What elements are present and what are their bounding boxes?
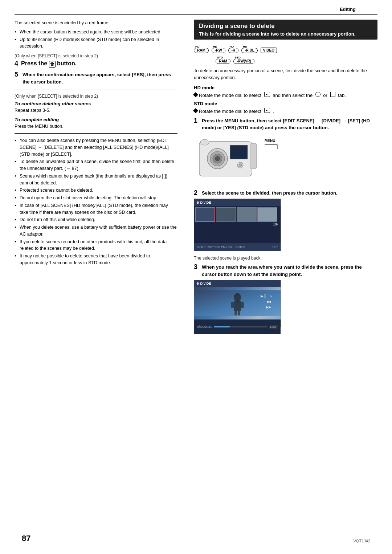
screen-top-bar-text: ⊕ DIVIDE — [196, 201, 211, 204]
step4-number: 4 — [15, 60, 18, 68]
svg-point-7 — [239, 164, 242, 167]
screen-thumbnail-2: ⊕ DIVIDE — [194, 280, 281, 327]
screen2-video: ▶║ ◀◀ ▶▶ ⊳ — [194, 287, 281, 319]
exit-label-1: EXIT — [270, 245, 279, 249]
std-mode-heading: STD mode — [194, 101, 377, 106]
square-icon-wrapper — [330, 92, 336, 97]
intro-text: The selected scene is encircled by a red… — [15, 20, 177, 27]
step1: 1 Press the MENU button, then select [ED… — [194, 117, 377, 185]
hd-label-1: HD — [195, 45, 200, 48]
video-badge: VIDEO — [261, 48, 277, 53]
screen-top-bar-2: ⊕ DIVIDE — [194, 280, 281, 287]
svg-text:⊳: ⊳ — [270, 294, 273, 298]
svg-text:▶▶: ▶▶ — [266, 305, 271, 309]
step2: 2 Select the scene to be divided, then p… — [194, 190, 377, 252]
list-item: When the cursor button is pressed again,… — [15, 29, 177, 36]
step2-number: 2 — [194, 190, 200, 196]
editing-label: Editing — [15, 0, 377, 15]
svg-rect-14 — [234, 301, 241, 311]
step3-text: When you reach the area where you want t… — [202, 264, 377, 278]
continue-text: Repeat steps 3-5. — [15, 107, 177, 114]
complete-heading: To complete editing — [15, 117, 177, 122]
enter-label: ←ENTER — [232, 245, 246, 249]
screen-thumbnail-1: ⊕ DIVIDE 1/9 DEC 15 2007 3:30 PM / 0h00m… — [194, 199, 281, 251]
camera-svg — [194, 134, 266, 185]
play-btn-icon-1 — [264, 92, 270, 97]
svg-rect-5 — [230, 145, 248, 159]
svg-point-4 — [215, 156, 220, 161]
screen-counter: 1/9 — [273, 223, 278, 226]
svg-rect-16 — [241, 302, 244, 308]
list-item: Do not turn off this unit while deleting… — [15, 216, 177, 223]
video-text: VIDEO — [263, 48, 274, 52]
svg-text:▶║: ▶║ — [261, 294, 266, 298]
diamond-icon-2 — [193, 108, 198, 113]
list-item: It may not be possible to delete scenes … — [15, 253, 177, 266]
step3: 3 When you reach the area where you want… — [194, 264, 377, 327]
screen-thumb-1 — [195, 207, 215, 222]
svg-rect-9 — [250, 143, 257, 169]
continue-heading: To continue deleting other scenes — [15, 101, 177, 106]
list-item: Scenes which cannot be played back (the … — [15, 173, 177, 187]
circle-icon — [315, 92, 320, 97]
std-ram-text: RAM — [219, 59, 227, 63]
media-icons-row: HD RAM HD -RW HD -R HD — [194, 43, 377, 64]
progress-bar-fill — [214, 326, 230, 327]
screen2-top-text: ⊕ DIVIDE — [196, 282, 211, 285]
complete-text: Press the MENU button. — [15, 123, 177, 130]
step2-text: Select the scene to be divided, then pre… — [202, 190, 337, 197]
section-header-box: Dividing a scene to delete This is for d… — [194, 20, 377, 40]
std-rwvr-text: -RW(VR) — [237, 59, 251, 63]
setup-label: SETUP — [196, 245, 208, 249]
list-item: Up to 99 scenes (HD mode)/8 scenes (STD … — [15, 36, 177, 50]
step5-text: When the confirmation message appears, s… — [23, 71, 177, 85]
bullet-list-1: When the cursor button is pressed again,… — [15, 29, 177, 50]
play-icon-wrapper-2 — [264, 108, 271, 113]
hd-rotate-text: Rotate the mode dial to select and then … — [199, 92, 346, 99]
editing-text: Editing — [340, 7, 356, 12]
list-item: Protected scenes cannot be deleted. — [15, 187, 177, 194]
menu-label: MENU — [265, 139, 279, 151]
svg-point-8 — [200, 139, 209, 145]
square-icon — [330, 92, 335, 97]
exit-label-2: EXIT — [269, 325, 278, 329]
list-item: To delete an unwanted part of a scene, d… — [15, 158, 177, 172]
play-icon-wrapper-1 — [264, 92, 271, 97]
r-text: -R — [232, 48, 236, 52]
hd-r-badge: HD -R — [228, 48, 239, 53]
step1-text: Press the MENU button, then select [EDIT… — [202, 117, 377, 131]
hd-ram-badge: HD RAM — [194, 48, 209, 53]
hd-rotate-instruction: Rotate the mode dial to select and then … — [194, 92, 377, 99]
step5-number: 5 — [15, 71, 20, 78]
right-column: Dividing a scene to delete This is for d… — [185, 15, 377, 331]
std-label-2: STD — [235, 56, 241, 59]
hd-label-3: HD — [230, 45, 234, 48]
page-number: 87 — [22, 534, 30, 543]
list-item: When you delete scenes, use a battery wi… — [15, 224, 177, 238]
section-sub-title: This is for dividing a scene into two to… — [199, 31, 372, 37]
progress-bar — [214, 326, 268, 327]
list-item: In case of [ALL SCENES] (HD mode)/[ALL] … — [15, 202, 177, 216]
note-played-back: The selected scene is played back. — [194, 256, 377, 261]
screen-thumb-4 — [257, 207, 277, 222]
list-item: Do not open the card slot cover while de… — [15, 195, 177, 201]
hd-rw-badge: HD -RW — [212, 48, 225, 53]
std-rwvr-badge: STD -RW(VR) — [233, 59, 254, 64]
svg-rect-18 — [238, 311, 240, 315]
timecode-text: 0h00m15s — [197, 325, 212, 329]
step5-row: 5 When the confirmation message appears,… — [15, 71, 177, 85]
bullet-list-2: You can also delete scenes by pressing t… — [15, 137, 177, 266]
divider-1 — [15, 90, 177, 90]
screen2-controls: 0h00m15s EXIT — [194, 319, 281, 334]
divider-2 — [15, 133, 177, 134]
screen-thumb-2 — [216, 207, 236, 222]
section-main-title: Dividing a scene to delete — [199, 23, 372, 30]
ram-text-1: RAM — [197, 48, 205, 52]
svg-point-13 — [234, 293, 241, 302]
camera-diagram: MENU — [194, 134, 377, 185]
page-container: Editing The selected scene is encircled … — [0, 0, 392, 554]
menu-line — [265, 143, 279, 150]
hd-label-4: HD — [243, 45, 247, 48]
svg-text:◀◀: ◀◀ — [266, 300, 271, 304]
trash-button-icon: 🗑 — [49, 61, 56, 68]
